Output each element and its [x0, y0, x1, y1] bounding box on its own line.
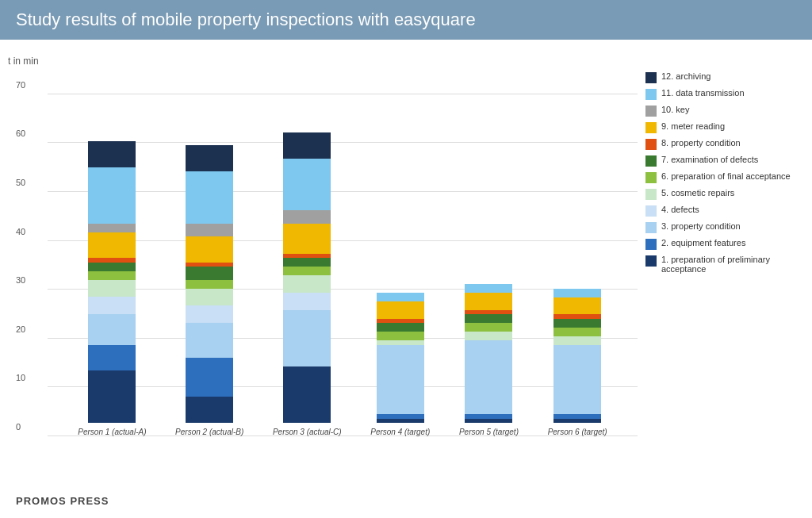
bar-segment: [465, 323, 512, 332]
legend-item: 1. preparation of preliminary acceptance: [645, 255, 804, 274]
legend-item: 3. property condition: [645, 221, 804, 233]
bar-segment: [88, 224, 136, 232]
bar-segment: [186, 305, 233, 323]
bar-segment: [283, 210, 331, 223]
bar-segment: [186, 145, 233, 171]
legend-color-box: [645, 189, 657, 200]
bar-segment: [465, 332, 512, 340]
bar-segment: [88, 141, 136, 167]
legend-item: 10. key: [645, 105, 804, 117]
stacked-bar: [553, 289, 601, 423]
bar-group: Person 5 (target): [459, 284, 519, 436]
bar-segment: [186, 358, 233, 397]
bar-segment: [553, 289, 601, 297]
legend-label: 10. key: [661, 105, 689, 114]
bar-segment: [283, 267, 331, 275]
stacked-bar: [283, 132, 331, 423]
bar-segment: [465, 293, 512, 310]
bar-segment: [88, 271, 136, 280]
legend-item: 6. preparation of final acceptance: [645, 171, 804, 183]
bar-segment: [186, 267, 233, 279]
bar-label: Person 2 (actual-B): [175, 428, 243, 436]
legend-color-box: [645, 106, 657, 117]
legend-label: 2. equipment features: [661, 238, 745, 247]
bar-segment: [283, 366, 331, 423]
legend-color-box: [645, 139, 657, 150]
bar-segment: [553, 297, 601, 315]
legend-color-box: [645, 72, 657, 83]
bar-segment: [88, 263, 136, 271]
legend-item: 5. cosmetic repairs: [645, 188, 804, 200]
legend-label: 9. meter reading: [661, 121, 725, 131]
bar-group: Person 2 (actual-B): [175, 145, 243, 436]
legend-color-box: [645, 239, 657, 250]
bar-group: Person 1 (actual-A): [78, 141, 146, 436]
legend-label: 8. property condition: [661, 138, 741, 148]
grid-label: 40: [16, 227, 25, 236]
bar-segment: [186, 280, 233, 289]
legend-color-box: [645, 155, 657, 167]
bar-segment: [88, 280, 136, 297]
bar-segment: [553, 345, 601, 414]
bar-group: Person 4 (target): [370, 293, 430, 436]
bar-group: Person 6 (target): [548, 289, 607, 436]
bar-segment: [283, 258, 331, 267]
bar-segment: [186, 289, 233, 306]
bar-segment: [283, 293, 331, 310]
legend-label: 7. examination of defects: [661, 155, 758, 164]
legend-item: 2. equipment features: [645, 238, 804, 250]
legend-color-box: [645, 255, 657, 267]
legend-label: 1. preparation of preliminary acceptance: [661, 255, 804, 274]
footer-text: PROMOS PRESS: [0, 492, 812, 510]
legend-label: 11. data transmission: [661, 88, 745, 98]
legend-label: 4. defects: [661, 205, 699, 214]
bar-segment: [186, 323, 233, 358]
legend-color-box: [645, 205, 657, 217]
stacked-bar: [377, 293, 424, 423]
stacked-bar: [186, 145, 233, 423]
legend-item: 4. defects: [645, 205, 804, 217]
bar-segment: [88, 297, 136, 314]
bar-segment: [377, 301, 424, 319]
legend-item: 8. property condition: [645, 138, 804, 150]
bar-segment: [377, 293, 424, 301]
bar-segment: [283, 310, 331, 366]
legend-label: 6. preparation of final acceptance: [661, 171, 791, 181]
legend-color-box: [645, 122, 657, 133]
bar-segment: [465, 284, 512, 293]
bar-segment: [186, 236, 233, 263]
bar-segment: [377, 419, 424, 423]
chart-container: Study results of mobile property inspect…: [0, 0, 812, 518]
bar-segment: [377, 332, 424, 340]
bar-segment: [377, 345, 424, 414]
grid-label: 10: [16, 373, 25, 382]
bar-segment: [186, 397, 233, 423]
bar-label: Person 1 (actual-A): [78, 428, 146, 436]
grid-label: 70: [16, 80, 25, 90]
bar-segment: [553, 328, 601, 336]
bar-label: Person 6 (target): [548, 428, 607, 436]
grid-label: 60: [16, 129, 25, 138]
bar-segment: [283, 132, 331, 159]
grid-label: 20: [16, 324, 25, 334]
bar-segment: [88, 345, 136, 371]
legend-color-box: [645, 89, 657, 100]
chart-inner: t in min 010203040506070 Person 1 (actua…: [8, 48, 638, 484]
bar-label: Person 5 (target): [459, 428, 519, 436]
grid-label: 50: [16, 178, 25, 187]
chart-title: Study results of mobile property inspect…: [0, 0, 812, 40]
legend-label: 5. cosmetic repairs: [661, 188, 734, 198]
bar-segment: [186, 171, 233, 224]
legend-item: 9. meter reading: [645, 121, 804, 133]
bar-segment: [88, 232, 136, 259]
stacked-bar: [88, 141, 136, 423]
bar-segment: [377, 323, 424, 332]
bar-segment: [465, 340, 512, 414]
bar-label: Person 4 (target): [370, 428, 430, 436]
bar-segment: [553, 419, 601, 423]
legend-label: 3. property condition: [661, 221, 741, 231]
legend-item: 12. archiving: [645, 71, 804, 83]
grid-label: 0: [16, 422, 21, 432]
bar-segment: [88, 370, 136, 423]
legend-label: 12. archiving: [661, 71, 710, 81]
